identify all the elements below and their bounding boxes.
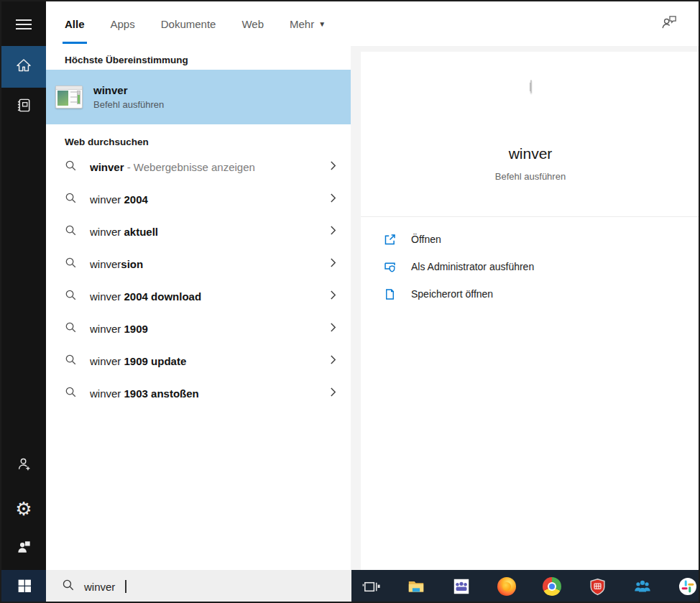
task-view-icon[interactable] bbox=[360, 576, 382, 597]
chevron-right-icon bbox=[330, 193, 336, 206]
tab-dokumente[interactable]: Dokumente bbox=[161, 1, 216, 46]
suggestion-hint-text: - Webergebnisse anzeigen bbox=[124, 161, 255, 173]
web-suggestion-row[interactable]: winversion bbox=[46, 248, 351, 280]
suggestion-completion-text: aktuell bbox=[124, 226, 159, 238]
menu-button[interactable] bbox=[1, 7, 46, 42]
search-icon bbox=[65, 354, 77, 369]
active-tab-underline bbox=[63, 42, 87, 44]
windows-logo-icon bbox=[17, 578, 32, 596]
file-location-icon bbox=[382, 287, 397, 301]
chevron-right-icon bbox=[330, 387, 336, 400]
search-query-text: winver bbox=[84, 581, 115, 593]
detail-title: winver bbox=[361, 145, 700, 162]
suggestion-typed-text: winver bbox=[90, 193, 124, 206]
search-icon bbox=[65, 160, 77, 175]
action-label: Als Administrator ausführen bbox=[411, 261, 534, 272]
winver-app-icon bbox=[55, 86, 83, 109]
context-action[interactable]: Speicherort öffnen bbox=[361, 280, 700, 308]
suggestion-completion-text: winver bbox=[90, 161, 124, 173]
context-action[interactable]: Öffnen bbox=[361, 226, 700, 253]
account-add-button[interactable] bbox=[1, 448, 46, 482]
taskbar bbox=[351, 570, 699, 603]
open-icon bbox=[382, 233, 397, 247]
search-icon bbox=[65, 321, 77, 336]
web-suggestion-row[interactable]: winver 2004 bbox=[46, 183, 351, 216]
chevron-right-icon bbox=[330, 160, 336, 174]
tab-label: Mehr bbox=[290, 18, 314, 30]
slack-icon[interactable] bbox=[677, 576, 699, 597]
suggestion-typed-text: winver bbox=[90, 258, 121, 270]
search-icon bbox=[65, 224, 77, 239]
web-suggestion-row[interactable]: winver 2004 download bbox=[46, 280, 351, 313]
tab-apps[interactable]: Apps bbox=[111, 1, 135, 46]
dropdown-caret-icon: ▼ bbox=[318, 20, 326, 28]
web-suggestion-row[interactable]: winver 1909 update bbox=[46, 345, 351, 377]
tab-label: Web bbox=[241, 18, 264, 30]
web-suggestion-row[interactable]: winver - Webergebnisse anzeigen bbox=[46, 151, 351, 183]
web-suggestion-row[interactable]: winver 1903 anstoßen bbox=[46, 377, 351, 410]
search-icon bbox=[62, 579, 75, 594]
tabs: Alle Apps Dokumente Web Mehr ▼ bbox=[46, 1, 699, 46]
person-add-icon bbox=[16, 456, 32, 475]
suggestion-completion-text: 2004 download bbox=[124, 290, 202, 303]
chevron-right-icon bbox=[330, 225, 336, 239]
pictures-icon bbox=[16, 538, 32, 558]
security-shield-icon[interactable] bbox=[586, 576, 608, 597]
journal-button[interactable] bbox=[1, 89, 46, 124]
detail-panel: winver Befehl ausführen Öffnen Als Admin… bbox=[361, 52, 700, 570]
menu-icon bbox=[16, 17, 32, 32]
web-suggestion-row[interactable]: winver 1909 bbox=[46, 313, 351, 345]
home-button[interactable] bbox=[1, 46, 46, 88]
context-action[interactable]: Als Administrator ausführen bbox=[361, 253, 700, 280]
web-suggestion-row[interactable]: winver aktuell bbox=[46, 216, 351, 248]
chevron-right-icon bbox=[330, 322, 336, 336]
best-match-subtitle: Befehl ausführen bbox=[93, 99, 164, 110]
detail-subtitle: Befehl ausführen bbox=[361, 171, 700, 182]
suggestion-completion-text: 1903 anstoßen bbox=[124, 387, 199, 400]
suggestion-typed-text: winver bbox=[90, 387, 124, 400]
search-icon bbox=[65, 386, 77, 401]
suggestion-typed-text: winver bbox=[90, 226, 124, 238]
chevron-right-icon bbox=[330, 354, 336, 368]
left-rail: ⚙ bbox=[1, 1, 46, 570]
pictures-button[interactable] bbox=[1, 530, 46, 565]
person-feedback-icon bbox=[660, 21, 678, 33]
file-explorer-icon[interactable] bbox=[405, 576, 427, 597]
tab-mehr[interactable]: Mehr ▼ bbox=[290, 1, 326, 46]
action-label: Speicherort öffnen bbox=[411, 288, 493, 300]
journal-icon bbox=[16, 97, 32, 116]
admin-shield-icon bbox=[382, 260, 397, 274]
windows-search-overlay: ⚙ Alle Apps Dokumente Web Mehr ▼ bbox=[0, 0, 700, 603]
suggestion-typed-text: winver bbox=[90, 290, 124, 303]
tab-label: Alle bbox=[65, 18, 85, 30]
suggestion-typed-text: winver bbox=[90, 323, 124, 335]
tab-alle[interactable]: Alle bbox=[65, 1, 85, 46]
suggestion-completion-text: sion bbox=[121, 258, 143, 270]
detail-divider bbox=[361, 216, 700, 217]
suggestion-completion-text: 2004 bbox=[124, 193, 148, 206]
search-icon bbox=[65, 289, 77, 304]
teams-icon[interactable] bbox=[451, 576, 472, 597]
actions-list: Öffnen Als Administrator ausführen Speic… bbox=[361, 226, 700, 308]
tab-label: Dokumente bbox=[161, 18, 216, 30]
chevron-right-icon bbox=[330, 290, 336, 303]
action-label: Öffnen bbox=[411, 234, 441, 245]
best-match-header: Höchste Übereinstimmung bbox=[65, 55, 188, 65]
tab-label: Apps bbox=[111, 18, 135, 30]
feedback-button[interactable] bbox=[660, 13, 678, 34]
best-match-result[interactable]: winver Befehl ausführen bbox=[46, 70, 351, 124]
search-tabs-bar: Alle Apps Dokumente Web Mehr ▼ bbox=[46, 1, 699, 46]
search-icon bbox=[65, 192, 77, 207]
web-search-header: Web durchsuchen bbox=[65, 137, 149, 147]
suggestion-completion-text: 1909 update bbox=[124, 355, 187, 367]
results-panel: Höchste Übereinstimmung winver Befehl au… bbox=[46, 46, 351, 570]
contacts-icon[interactable] bbox=[632, 576, 653, 597]
settings-button[interactable]: ⚙ bbox=[1, 492, 46, 526]
winver-app-icon-large bbox=[530, 80, 532, 93]
best-match-title: winver bbox=[93, 84, 164, 96]
start-button[interactable] bbox=[1, 570, 46, 603]
firefox-icon[interactable] bbox=[496, 576, 517, 597]
chrome-icon[interactable] bbox=[541, 576, 563, 597]
tab-web[interactable]: Web bbox=[241, 1, 264, 46]
search-input[interactable]: winver bbox=[46, 570, 351, 603]
